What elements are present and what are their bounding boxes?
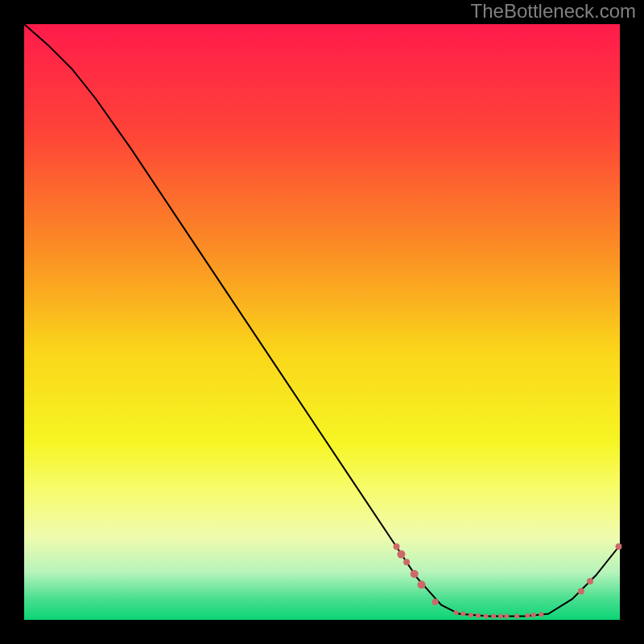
data-point [469,613,473,617]
data-point [432,599,439,605]
data-point [394,543,400,550]
data-point [514,614,519,619]
data-point [484,614,489,619]
data-point [539,612,543,617]
data-point [403,559,410,565]
data-point [525,613,530,618]
bottleneck-chart [0,0,644,644]
data-point [454,610,459,615]
data-point [587,578,593,584]
data-point [460,612,465,617]
watermark-label: TheBottleneck.com [471,0,636,23]
data-point [531,613,536,617]
data-point [418,580,426,588]
plot-background [24,24,620,620]
data-point [491,614,496,619]
data-point [397,551,405,559]
data-point [504,614,509,619]
chart-root: TheBottleneck.com [0,0,644,644]
data-point [616,543,622,550]
data-point [578,588,584,594]
data-point [476,613,481,618]
data-point [498,614,503,619]
data-point [411,570,419,578]
